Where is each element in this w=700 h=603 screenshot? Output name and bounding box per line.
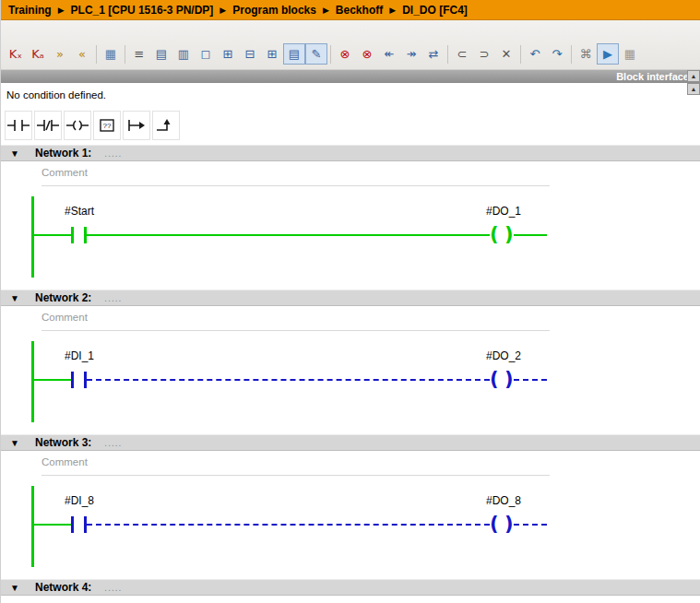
insert-empty-network-icon[interactable]: ▥ <box>172 43 195 65</box>
contact-operand[interactable]: #DI_1 <box>45 349 113 362</box>
favorite-open-branch-button[interactable] <box>123 111 150 140</box>
network-1-header[interactable]: ▼ Network 1: ..... <box>1 145 700 161</box>
scroll-up-button[interactable]: ▲ <box>687 83 700 95</box>
favorite-empty-box-button[interactable]: ?? <box>93 111 121 140</box>
absolute-operands-icon[interactable]: Kₓ <box>5 43 27 65</box>
toolbar-separator <box>571 45 572 64</box>
contact-symbol[interactable] <box>71 372 74 388</box>
coil-symbol[interactable]: ) <box>504 224 514 244</box>
favorites-bar: ?? <box>1 106 700 145</box>
toggle-network-comments-icon[interactable]: ◻ <box>195 43 217 65</box>
show-absolute-info-icon[interactable]: ▤ <box>283 43 305 65</box>
free-form-comments-icon[interactable]: ✎ <box>305 43 327 65</box>
network-comment-row: Comment <box>1 451 700 482</box>
coil-symbol[interactable]: ( <box>490 369 499 389</box>
breadcrumb-separator-icon: ▶ <box>219 6 226 15</box>
network-3-header[interactable]: ▼ Network 3: ..... <box>1 434 700 451</box>
breadcrumb-item[interactable]: Beckhoff <box>336 4 383 17</box>
network-title: Network 2: <box>35 291 91 304</box>
coil-symbol[interactable]: ( <box>490 514 499 534</box>
power-rail <box>31 196 34 278</box>
close-branch-icon <box>155 118 177 133</box>
toolbar-separator <box>520 45 521 64</box>
coil-symbol[interactable]: ) <box>504 369 514 389</box>
ladder-rung: #DI_8 #DO_8 ( ) <box>1 482 700 579</box>
contact-symbol[interactable] <box>71 516 74 533</box>
coil-symbol[interactable]: ) <box>504 514 514 534</box>
contact-operand[interactable]: #Start <box>45 205 113 218</box>
network-4-body <box>1 596 700 603</box>
collapse-triangle-icon[interactable]: ▼ <box>10 583 35 593</box>
favorite-closed-contact-button[interactable] <box>34 111 62 140</box>
insert-empty-box-icon[interactable]: ⊞ <box>217 43 239 65</box>
collapse-triangle-icon[interactable]: ▼ <box>10 438 35 448</box>
collapse-operands-icon[interactable]: « <box>71 43 93 65</box>
previous-error-icon[interactable]: ⊗ <box>334 43 356 65</box>
toolbar: KₓKₐ»«▦≡▤▥◻⊞⊟⊞▤✎⊗⊗↞↠⇄⊂⊃✕↶↷⌘▶▦ <box>1 20 700 70</box>
symbolic-operands-icon[interactable]: Kₐ <box>27 43 49 65</box>
contact-symbol[interactable] <box>71 227 74 243</box>
breadcrumb-item[interactable]: PLC_1 [CPU 1516-3 PN/DP] <box>71 4 214 17</box>
network-3-body: Comment #DI_8 #DO_8 ( ) <box>1 451 700 579</box>
block-interface-bar[interactable]: Block interface <box>1 70 700 83</box>
breadcrumb-item[interactable]: DI_DO [FC4] <box>402 4 468 17</box>
network-4-header[interactable]: ▼ Network 4: ..... <box>1 579 700 596</box>
network-1-body: Comment #Start #DO_1 ( ) <box>1 161 700 290</box>
network-title: Network 4: <box>35 581 91 594</box>
coil-operand[interactable]: #DO_1 <box>468 205 540 218</box>
network-1: ▼ Network 1: ..... Comment #Start #DO_1 … <box>1 145 700 290</box>
network-overview-icon[interactable]: ≡ <box>128 43 150 65</box>
network-comment[interactable]: Comment <box>42 167 88 178</box>
start-monitoring-icon[interactable]: ▶ <box>597 43 619 65</box>
coil-operand[interactable]: #DO_8 <box>468 494 540 507</box>
go-to-previous-icon[interactable]: ↶ <box>524 43 546 65</box>
insert-crossing-icon[interactable]: ✕ <box>495 43 517 65</box>
wire-segment <box>514 524 547 526</box>
network-title-placeholder[interactable]: ..... <box>104 438 122 448</box>
access-level-icon[interactable]: ⌘ <box>575 43 597 65</box>
expand-operands-icon[interactable]: » <box>49 43 71 65</box>
next-error-icon[interactable]: ⊗ <box>356 43 378 65</box>
comment-underline <box>42 330 550 331</box>
lad-editor-window: Training▶PLC_1 [CPU 1516-3 PN/DP]▶Progra… <box>0 0 700 603</box>
collapse-triangle-icon[interactable]: ▼ <box>10 148 35 159</box>
favorite-coil-button[interactable] <box>64 111 91 140</box>
update-block-calls-icon[interactable]: ↞ <box>378 43 400 65</box>
power-rail <box>31 341 34 422</box>
network-3: ▼ Network 3: ..... Comment #DI_8 #DO_8 (… <box>1 434 700 579</box>
go-to-next-icon[interactable]: ↷ <box>546 43 568 65</box>
synchronize-calls-icon[interactable]: ↠ <box>400 43 422 65</box>
ladder-rung: #Start #DO_1 ( ) <box>1 193 700 290</box>
insert-network-icon[interactable]: ▤ <box>150 43 172 65</box>
network-title-placeholder[interactable]: ..... <box>104 293 122 303</box>
breadcrumb-item[interactable]: Training <box>8 4 52 17</box>
insert-branch-icon[interactable]: ⊞ <box>261 43 283 65</box>
wire-segment <box>87 524 490 526</box>
network-comment[interactable]: Comment <box>42 456 88 467</box>
insert-element-icon[interactable]: ▦ <box>100 43 122 65</box>
close-branch-toolbar-icon[interactable]: ⊃ <box>473 43 495 65</box>
block-properties-icon[interactable]: ▦ <box>619 43 641 65</box>
coil-operand[interactable]: #DO_2 <box>468 349 540 362</box>
network-2-header[interactable]: ▼ Network 2: ..... <box>1 290 700 306</box>
breadcrumb-item[interactable]: Program blocks <box>232 4 316 17</box>
consistency-check-icon[interactable]: ⇄ <box>422 43 445 65</box>
open-branch-toolbar-icon[interactable]: ⊂ <box>451 43 473 65</box>
network-title-placeholder[interactable]: ..... <box>104 148 122 159</box>
network-title-placeholder[interactable]: ..... <box>104 583 122 593</box>
wire-segment <box>514 234 547 236</box>
contact-operand[interactable]: #DI_8 <box>45 494 113 507</box>
coil-symbol[interactable]: ( <box>490 224 499 244</box>
network-title: Network 1: <box>35 147 91 160</box>
pane-collapse-button[interactable]: ▲ <box>687 70 700 82</box>
favorite-close-branch-button[interactable] <box>152 111 180 140</box>
condition-status: No condition defined. <box>1 83 700 106</box>
network-comment-row: Comment <box>1 161 700 193</box>
favorite-open-contact-button[interactable] <box>5 111 32 140</box>
pane-buttons: ▲ ▲ <box>687 70 700 95</box>
svg-text:??: ?? <box>103 122 112 130</box>
network-comment[interactable]: Comment <box>42 312 88 323</box>
network-2: ▼ Network 2: ..... Comment #DI_1 #DO_2 (… <box>1 290 700 434</box>
collapse-triangle-icon[interactable]: ▼ <box>10 293 35 303</box>
insert-coil-icon[interactable]: ⊟ <box>239 43 261 65</box>
